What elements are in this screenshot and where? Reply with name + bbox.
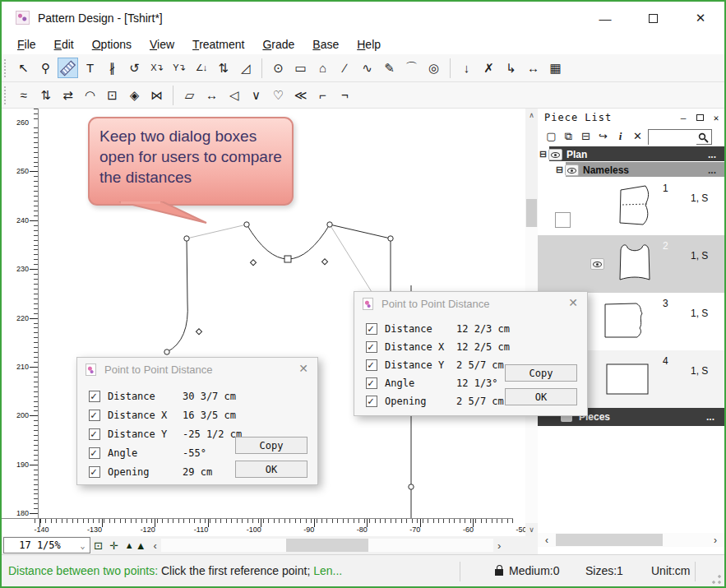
preview-small-icon[interactable]: ▲ — [125, 540, 134, 550]
visibility-eye-icon[interactable] — [548, 149, 562, 160]
scroll-down-arrow[interactable]: ∨ — [525, 523, 538, 536]
curve-points-tool-icon[interactable]: ⌒ — [401, 58, 422, 78]
move-point-y-icon[interactable]: Y↴ — [169, 58, 189, 78]
fit-view-icon[interactable]: ⊡ — [94, 539, 103, 552]
dart-shield-tool-icon[interactable]: ♡ — [268, 85, 289, 105]
mirror-move-tool-icon[interactable]: ⋈ — [146, 85, 167, 105]
menu-file[interactable]: File — [8, 36, 45, 53]
dialog-close-icon[interactable]: ✕ — [568, 296, 578, 309]
dialog-title-bar[interactable]: Point to Point Distance ✕ — [77, 358, 317, 381]
arc-adjust-tool-icon[interactable]: ◠ — [80, 85, 100, 105]
zoom-level-combobox[interactable]: 17 1/5% ⌄ — [3, 537, 90, 553]
menu-base[interactable]: Base — [303, 36, 348, 53]
flow-lines-tool-icon[interactable]: ⇅ — [35, 85, 56, 105]
maximize-button[interactable] — [629, 2, 677, 35]
collapse-expander-icon[interactable]: ⊟ — [538, 149, 548, 160]
more-options[interactable]: ... — [706, 411, 714, 423]
chevron-down-icon[interactable]: ⌄ — [76, 541, 90, 550]
menu-edit[interactable]: Edit — [45, 36, 83, 53]
panel-float-button[interactable] — [691, 113, 708, 123]
panel-minimize-button[interactable]: – — [675, 113, 691, 123]
copy-drop-icon[interactable]: ⊟ — [577, 130, 594, 143]
measurement-checkbox[interactable] — [366, 359, 377, 371]
status-hint-more[interactable]: Len... — [313, 564, 342, 577]
copy-button[interactable]: Copy — [235, 437, 308, 454]
stretch-tool-icon[interactable]: ↔ — [201, 85, 222, 105]
rotate-tool-icon[interactable]: ↺ — [124, 58, 145, 78]
more-options[interactable]: ... — [708, 164, 716, 176]
corner-point-icon[interactable]: ↳ — [501, 58, 521, 78]
menu-help[interactable]: Help — [348, 36, 390, 53]
measurement-checkbox[interactable] — [89, 391, 100, 402]
visibility-eye-icon[interactable] — [590, 258, 604, 270]
curve-tool-icon[interactable]: ∿ — [357, 58, 377, 78]
zoom-extents-icon[interactable]: ✛ — [109, 539, 118, 552]
canvas-horizontal-scrollbar[interactable] — [161, 539, 493, 552]
scroll-left-arrow[interactable]: ‹ — [541, 535, 553, 546]
measurement-checkbox[interactable] — [366, 323, 377, 335]
piece-row-2[interactable]: 2 1, S — [538, 235, 724, 293]
delete-piece-icon[interactable]: ✕ — [629, 130, 646, 143]
line-tool-icon[interactable]: ∕ — [335, 58, 355, 78]
info-icon[interactable]: i — [612, 130, 629, 143]
measurement-checkbox[interactable] — [89, 410, 100, 421]
ok-button[interactable]: OK — [235, 461, 308, 478]
scrollbar-thumb[interactable] — [526, 199, 537, 227]
copy-button[interactable]: Copy — [505, 364, 577, 382]
export-folder-icon[interactable]: ↪ — [594, 130, 612, 143]
move-point-x-icon[interactable]: X↴ — [146, 58, 167, 78]
dialog-close-icon[interactable]: ✕ — [298, 362, 308, 375]
angle-move-icon[interactable]: ∠↓ — [191, 58, 211, 78]
transform-box-icon[interactable]: ▦ — [545, 58, 566, 78]
menu-treatment[interactable]: Treatment — [183, 36, 253, 53]
minimize-button[interactable]: — — [581, 2, 629, 35]
piece-checkbox[interactable] — [555, 212, 571, 228]
scrollbar-thumb[interactable] — [286, 539, 368, 552]
edit-pen-tool-icon[interactable]: ✎ — [379, 58, 400, 78]
delete-point-icon[interactable]: ✗ — [479, 58, 499, 78]
circle-point-tool-icon[interactable]: ⊙ — [268, 58, 289, 78]
preview-large-icon[interactable]: ▲ — [136, 539, 146, 552]
marquee-select-icon[interactable]: ▢ — [543, 130, 560, 143]
flat-angle-tool-icon[interactable]: ¬ — [335, 85, 355, 105]
fan-spread-tool-icon[interactable]: ≪ — [290, 85, 311, 105]
measurement-checkbox[interactable] — [366, 341, 377, 353]
spread-points-tool-icon[interactable]: ⊡ — [102, 85, 123, 105]
resize-grip[interactable] — [712, 575, 721, 584]
menu-grade[interactable]: Grade — [253, 36, 303, 53]
corner-trim-tool-icon[interactable]: ⌐ — [312, 85, 333, 105]
copy-piece-icon[interactable]: ⧉ — [560, 130, 577, 143]
measurement-checkbox[interactable] — [366, 377, 377, 389]
toolbar-grip[interactable] — [4, 86, 8, 104]
shear-box-tool-icon[interactable]: ▱ — [179, 85, 200, 105]
panel-close-button[interactable]: ✕ — [708, 113, 724, 123]
scroll-up-arrow[interactable]: ∧ — [525, 109, 538, 122]
close-button[interactable]: ✕ — [677, 2, 724, 35]
ruler-measure-tool-icon[interactable] — [58, 58, 78, 78]
measurement-checkbox[interactable] — [89, 428, 100, 440]
measurement-checkbox[interactable] — [89, 466, 100, 478]
smooth-curve-tool-icon[interactable]: ≈ — [13, 85, 34, 105]
text-tool-icon[interactable]: T — [80, 58, 100, 78]
scroll-left-arrow[interactable]: ‹ — [150, 539, 161, 552]
tree-row-plan[interactable]: ⊟ Plan ... — [538, 146, 724, 162]
align-points-icon[interactable]: ↔ — [523, 58, 543, 78]
visibility-eye-icon[interactable] — [565, 164, 579, 176]
insert-point-icon[interactable]: ↓ — [456, 58, 477, 78]
piece-search-box[interactable] — [648, 129, 712, 145]
dart-left-tool-icon[interactable]: ◁ — [224, 85, 244, 105]
rectangle-tool-icon[interactable]: ▭ — [290, 58, 311, 78]
polygon-tool-icon[interactable]: ⌂ — [312, 58, 333, 78]
break-line-tool-icon[interactable]: ∦ — [102, 58, 123, 78]
dart-fan-tool-icon[interactable]: ∨ — [246, 85, 266, 105]
select-tool-icon[interactable]: ↖ — [13, 58, 34, 78]
scroll-right-arrow[interactable]: › — [493, 539, 505, 552]
merge-arrows-tool-icon[interactable]: ⇄ — [58, 85, 78, 105]
menu-view[interactable]: View — [141, 36, 183, 53]
concentric-circles-tool-icon[interactable]: ◎ — [423, 58, 444, 78]
dialog-title-bar[interactable]: Point to Point Distance ✕ — [354, 292, 587, 315]
ok-button[interactable]: OK — [505, 388, 577, 405]
measurement-checkbox[interactable] — [366, 396, 377, 407]
diagonal-measure-icon[interactable]: ◿ — [235, 58, 256, 78]
menu-options[interactable]: Options — [83, 36, 141, 53]
